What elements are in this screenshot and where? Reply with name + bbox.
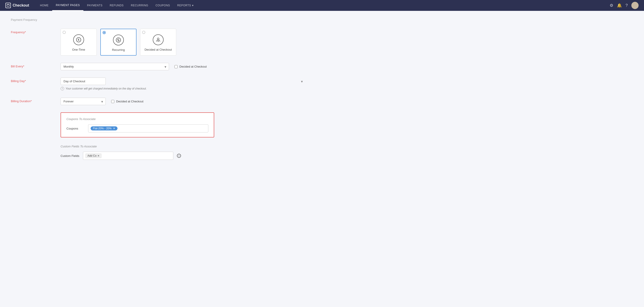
nav-refunds[interactable]: REFUNDS [106, 0, 127, 11]
billing-duration-decided-label[interactable]: Decided at Checkout [111, 100, 144, 103]
settings-icon[interactable]: ⚙ [610, 3, 613, 8]
coupons-section-title: Coupons To Associate [66, 117, 208, 121]
nav-recurring[interactable]: RECURRING [127, 0, 152, 11]
freq-label-recurring: Recurring [112, 48, 125, 52]
custom-fields-input[interactable]: Add Co ✕ [83, 152, 173, 160]
nav-right: ⚙ 🔔 ? [610, 2, 638, 9]
decided-icon [153, 34, 164, 45]
coupons-input[interactable]: Flat-20% - 20% ✕ [88, 124, 208, 132]
bill-every-select-wrapper: Monthly Weekly Yearly [60, 63, 169, 70]
svg-text:$: $ [78, 39, 79, 41]
freq-label-one-time: One-Time [72, 48, 85, 51]
bill-every-label: Bill Every* [11, 63, 60, 68]
custom-tag-label: Add Co [88, 154, 96, 157]
freq-radio-decided [142, 31, 145, 34]
freq-radio-recurring [102, 31, 106, 34]
billing-day-select[interactable]: Day of Checkout 1st of Month 15th of Mon… [60, 78, 106, 85]
custom-fields-info-icon[interactable]: i [177, 154, 181, 158]
custom-field-tag: Add Co ✕ [86, 154, 102, 158]
billing-duration-select-wrapper: Forever Fixed Number [60, 98, 106, 105]
coupon-tag-close[interactable]: ✕ [113, 127, 115, 130]
svg-text:$: $ [118, 39, 119, 41]
custom-fields-label: Custom Fields [60, 154, 79, 158]
nav-payment-pages[interactable]: PAYMENT PAGES [52, 0, 84, 11]
nav-links: HOME PAYMENT PAGES PAYMENTS REFUNDS RECU… [36, 0, 610, 11]
coupons-row: Coupons Flat-20% - 20% ✕ [66, 124, 208, 132]
nav-payments[interactable]: PAYMENTS [84, 0, 106, 11]
svg-point-4 [157, 38, 159, 40]
nav-reports[interactable]: REPORTS ▾ [174, 0, 197, 11]
brand-logo[interactable]: Checkout [6, 3, 29, 8]
navbar: Checkout HOME PAYMENT PAGES PAYMENTS REF… [0, 0, 644, 11]
frequency-row: Frequency* $ One-Time [11, 29, 306, 56]
billing-day-wrapper: Day of Checkout 1st of Month 15th of Mon… [60, 78, 306, 90]
one-time-icon: $ [73, 34, 84, 45]
nav-coupons[interactable]: COUPONS [152, 0, 174, 11]
billing-duration-select[interactable]: Forever Fixed Number [60, 98, 106, 105]
user-avatar[interactable] [631, 2, 638, 9]
bill-every-inner: Monthly Weekly Yearly Decided at Checkou… [60, 63, 306, 70]
billing-day-label: Billing Day* [11, 78, 60, 83]
custom-fields-title: Custom Fields To Associate [60, 145, 306, 148]
main-content: Payment Frequency Frequency* $ One-Time [0, 11, 316, 167]
frequency-cards: $ One-Time $ [60, 29, 306, 56]
bill-every-decided-label[interactable]: Decided at Checkout [174, 65, 207, 68]
freq-card-one-time[interactable]: $ One-Time [60, 29, 97, 56]
billing-day-row: Billing Day* Day of Checkout 1st of Mont… [11, 78, 306, 90]
coupons-section: Coupons To Associate Coupons Flat-20% - … [60, 112, 214, 137]
bell-icon[interactable]: 🔔 [617, 3, 622, 8]
freq-radio-one-time [62, 31, 66, 34]
billing-day-select-wrapper: Day of Checkout 1st of Month 15th of Mon… [60, 78, 306, 85]
coupons-label: Coupons [66, 127, 84, 130]
bill-every-control: Monthly Weekly Yearly Decided at Checkou… [60, 63, 306, 70]
custom-fields-row: Custom Fields Add Co ✕ i [60, 152, 306, 160]
brand-name: Checkout [13, 4, 29, 8]
custom-tag-close[interactable]: ✕ [98, 154, 100, 157]
recurring-icon: $ [113, 35, 124, 46]
frequency-label: Frequency* [11, 29, 60, 34]
help-icon[interactable]: ? [626, 3, 628, 8]
billing-day-note: ? Your customer will get charged immedia… [60, 87, 306, 90]
bill-every-decided-checkbox[interactable] [174, 65, 178, 68]
billing-duration-row: Billing Duration* Forever Fixed Number D… [11, 98, 306, 105]
bill-every-row: Bill Every* Monthly Weekly Yearly Decide… [11, 63, 306, 70]
nav-home[interactable]: HOME [36, 0, 52, 11]
freq-card-recurring[interactable]: $ Recurring [100, 29, 136, 56]
custom-fields-section: Custom Fields To Associate Custom Fields… [60, 145, 306, 160]
billing-duration-label: Billing Duration* [11, 98, 60, 103]
billing-duration-control: Forever Fixed Number Decided at Checkout [60, 98, 306, 105]
brand-icon [6, 3, 11, 8]
billing-day-info-icon: ? [60, 87, 64, 90]
coupon-tag: Flat-20% - 20% ✕ [90, 126, 118, 130]
billing-day-control: Day of Checkout 1st of Month 15th of Mon… [60, 78, 306, 90]
billing-duration-inner: Forever Fixed Number Decided at Checkout [60, 98, 306, 105]
section-label: Payment Frequency [11, 18, 306, 22]
reports-dropdown-arrow: ▾ [192, 4, 194, 7]
freq-label-decided: Decided at Checkout [144, 48, 172, 51]
freq-card-decided[interactable]: Decided at Checkout [140, 29, 176, 56]
billing-duration-decided-checkbox[interactable] [111, 100, 114, 103]
frequency-options: $ One-Time $ [60, 29, 306, 56]
bill-every-select[interactable]: Monthly Weekly Yearly [60, 63, 169, 70]
coupon-tag-label: Flat-20% - 20% [93, 127, 112, 130]
